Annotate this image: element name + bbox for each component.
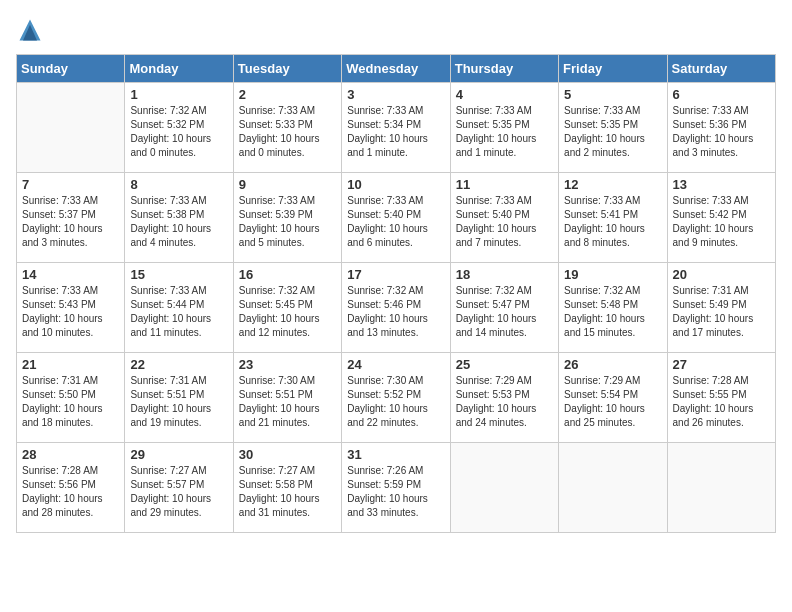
- day-cell-21: 21Sunrise: 7:31 AM Sunset: 5:50 PM Dayli…: [17, 353, 125, 443]
- day-info-17: Sunrise: 7:32 AM Sunset: 5:46 PM Dayligh…: [347, 284, 444, 340]
- day-cell-10: 10Sunrise: 7:33 AM Sunset: 5:40 PM Dayli…: [342, 173, 450, 263]
- day-cell-3: 3Sunrise: 7:33 AM Sunset: 5:34 PM Daylig…: [342, 83, 450, 173]
- day-info-6: Sunrise: 7:33 AM Sunset: 5:36 PM Dayligh…: [673, 104, 770, 160]
- day-number-18: 18: [456, 267, 553, 282]
- day-header-tuesday: Tuesday: [233, 55, 341, 83]
- day-info-9: Sunrise: 7:33 AM Sunset: 5:39 PM Dayligh…: [239, 194, 336, 250]
- day-number-21: 21: [22, 357, 119, 372]
- day-cell-20: 20Sunrise: 7:31 AM Sunset: 5:49 PM Dayli…: [667, 263, 775, 353]
- day-number-14: 14: [22, 267, 119, 282]
- day-info-23: Sunrise: 7:30 AM Sunset: 5:51 PM Dayligh…: [239, 374, 336, 430]
- day-number-23: 23: [239, 357, 336, 372]
- day-cell-28: 28Sunrise: 7:28 AM Sunset: 5:56 PM Dayli…: [17, 443, 125, 533]
- day-header-sunday: Sunday: [17, 55, 125, 83]
- day-cell-9: 9Sunrise: 7:33 AM Sunset: 5:39 PM Daylig…: [233, 173, 341, 263]
- day-number-31: 31: [347, 447, 444, 462]
- day-cell-22: 22Sunrise: 7:31 AM Sunset: 5:51 PM Dayli…: [125, 353, 233, 443]
- day-number-15: 15: [130, 267, 227, 282]
- day-number-12: 12: [564, 177, 661, 192]
- day-info-2: Sunrise: 7:33 AM Sunset: 5:33 PM Dayligh…: [239, 104, 336, 160]
- day-info-27: Sunrise: 7:28 AM Sunset: 5:55 PM Dayligh…: [673, 374, 770, 430]
- day-info-10: Sunrise: 7:33 AM Sunset: 5:40 PM Dayligh…: [347, 194, 444, 250]
- day-cell-8: 8Sunrise: 7:33 AM Sunset: 5:38 PM Daylig…: [125, 173, 233, 263]
- day-number-2: 2: [239, 87, 336, 102]
- calendar-body: 1Sunrise: 7:32 AM Sunset: 5:32 PM Daylig…: [17, 83, 776, 533]
- day-cell-13: 13Sunrise: 7:33 AM Sunset: 5:42 PM Dayli…: [667, 173, 775, 263]
- week-row-4: 21Sunrise: 7:31 AM Sunset: 5:50 PM Dayli…: [17, 353, 776, 443]
- day-number-3: 3: [347, 87, 444, 102]
- day-info-5: Sunrise: 7:33 AM Sunset: 5:35 PM Dayligh…: [564, 104, 661, 160]
- day-cell-24: 24Sunrise: 7:30 AM Sunset: 5:52 PM Dayli…: [342, 353, 450, 443]
- logo-icon: [16, 16, 44, 44]
- day-info-20: Sunrise: 7:31 AM Sunset: 5:49 PM Dayligh…: [673, 284, 770, 340]
- day-cell-23: 23Sunrise: 7:30 AM Sunset: 5:51 PM Dayli…: [233, 353, 341, 443]
- day-number-17: 17: [347, 267, 444, 282]
- day-info-15: Sunrise: 7:33 AM Sunset: 5:44 PM Dayligh…: [130, 284, 227, 340]
- day-cell-26: 26Sunrise: 7:29 AM Sunset: 5:54 PM Dayli…: [559, 353, 667, 443]
- day-number-10: 10: [347, 177, 444, 192]
- day-info-7: Sunrise: 7:33 AM Sunset: 5:37 PM Dayligh…: [22, 194, 119, 250]
- day-number-9: 9: [239, 177, 336, 192]
- days-header-row: SundayMondayTuesdayWednesdayThursdayFrid…: [17, 55, 776, 83]
- day-cell-12: 12Sunrise: 7:33 AM Sunset: 5:41 PM Dayli…: [559, 173, 667, 263]
- day-number-6: 6: [673, 87, 770, 102]
- day-number-26: 26: [564, 357, 661, 372]
- page-header: [16, 16, 776, 44]
- day-number-7: 7: [22, 177, 119, 192]
- day-cell-1: 1Sunrise: 7:32 AM Sunset: 5:32 PM Daylig…: [125, 83, 233, 173]
- day-info-26: Sunrise: 7:29 AM Sunset: 5:54 PM Dayligh…: [564, 374, 661, 430]
- day-header-friday: Friday: [559, 55, 667, 83]
- day-info-22: Sunrise: 7:31 AM Sunset: 5:51 PM Dayligh…: [130, 374, 227, 430]
- day-number-16: 16: [239, 267, 336, 282]
- day-number-30: 30: [239, 447, 336, 462]
- day-info-31: Sunrise: 7:26 AM Sunset: 5:59 PM Dayligh…: [347, 464, 444, 520]
- day-info-16: Sunrise: 7:32 AM Sunset: 5:45 PM Dayligh…: [239, 284, 336, 340]
- day-number-8: 8: [130, 177, 227, 192]
- day-number-20: 20: [673, 267, 770, 282]
- day-header-wednesday: Wednesday: [342, 55, 450, 83]
- week-row-1: 1Sunrise: 7:32 AM Sunset: 5:32 PM Daylig…: [17, 83, 776, 173]
- day-number-24: 24: [347, 357, 444, 372]
- empty-cell: [17, 83, 125, 173]
- day-cell-29: 29Sunrise: 7:27 AM Sunset: 5:57 PM Dayli…: [125, 443, 233, 533]
- day-number-5: 5: [564, 87, 661, 102]
- day-header-thursday: Thursday: [450, 55, 558, 83]
- day-number-4: 4: [456, 87, 553, 102]
- logo: [16, 16, 48, 44]
- day-cell-30: 30Sunrise: 7:27 AM Sunset: 5:58 PM Dayli…: [233, 443, 341, 533]
- day-cell-15: 15Sunrise: 7:33 AM Sunset: 5:44 PM Dayli…: [125, 263, 233, 353]
- week-row-3: 14Sunrise: 7:33 AM Sunset: 5:43 PM Dayli…: [17, 263, 776, 353]
- day-info-11: Sunrise: 7:33 AM Sunset: 5:40 PM Dayligh…: [456, 194, 553, 250]
- day-number-28: 28: [22, 447, 119, 462]
- day-cell-5: 5Sunrise: 7:33 AM Sunset: 5:35 PM Daylig…: [559, 83, 667, 173]
- day-number-1: 1: [130, 87, 227, 102]
- day-info-1: Sunrise: 7:32 AM Sunset: 5:32 PM Dayligh…: [130, 104, 227, 160]
- day-cell-18: 18Sunrise: 7:32 AM Sunset: 5:47 PM Dayli…: [450, 263, 558, 353]
- day-number-27: 27: [673, 357, 770, 372]
- day-info-4: Sunrise: 7:33 AM Sunset: 5:35 PM Dayligh…: [456, 104, 553, 160]
- day-info-24: Sunrise: 7:30 AM Sunset: 5:52 PM Dayligh…: [347, 374, 444, 430]
- day-info-25: Sunrise: 7:29 AM Sunset: 5:53 PM Dayligh…: [456, 374, 553, 430]
- day-info-19: Sunrise: 7:32 AM Sunset: 5:48 PM Dayligh…: [564, 284, 661, 340]
- day-info-8: Sunrise: 7:33 AM Sunset: 5:38 PM Dayligh…: [130, 194, 227, 250]
- day-cell-7: 7Sunrise: 7:33 AM Sunset: 5:37 PM Daylig…: [17, 173, 125, 263]
- day-info-29: Sunrise: 7:27 AM Sunset: 5:57 PM Dayligh…: [130, 464, 227, 520]
- calendar-table: SundayMondayTuesdayWednesdayThursdayFrid…: [16, 54, 776, 533]
- day-cell-2: 2Sunrise: 7:33 AM Sunset: 5:33 PM Daylig…: [233, 83, 341, 173]
- day-cell-11: 11Sunrise: 7:33 AM Sunset: 5:40 PM Dayli…: [450, 173, 558, 263]
- week-row-2: 7Sunrise: 7:33 AM Sunset: 5:37 PM Daylig…: [17, 173, 776, 263]
- day-header-saturday: Saturday: [667, 55, 775, 83]
- day-cell-14: 14Sunrise: 7:33 AM Sunset: 5:43 PM Dayli…: [17, 263, 125, 353]
- day-cell-6: 6Sunrise: 7:33 AM Sunset: 5:36 PM Daylig…: [667, 83, 775, 173]
- day-info-21: Sunrise: 7:31 AM Sunset: 5:50 PM Dayligh…: [22, 374, 119, 430]
- day-info-12: Sunrise: 7:33 AM Sunset: 5:41 PM Dayligh…: [564, 194, 661, 250]
- empty-cell: [450, 443, 558, 533]
- day-number-13: 13: [673, 177, 770, 192]
- day-info-3: Sunrise: 7:33 AM Sunset: 5:34 PM Dayligh…: [347, 104, 444, 160]
- day-cell-31: 31Sunrise: 7:26 AM Sunset: 5:59 PM Dayli…: [342, 443, 450, 533]
- day-info-13: Sunrise: 7:33 AM Sunset: 5:42 PM Dayligh…: [673, 194, 770, 250]
- day-cell-25: 25Sunrise: 7:29 AM Sunset: 5:53 PM Dayli…: [450, 353, 558, 443]
- day-number-11: 11: [456, 177, 553, 192]
- calendar-header: SundayMondayTuesdayWednesdayThursdayFrid…: [17, 55, 776, 83]
- day-cell-17: 17Sunrise: 7:32 AM Sunset: 5:46 PM Dayli…: [342, 263, 450, 353]
